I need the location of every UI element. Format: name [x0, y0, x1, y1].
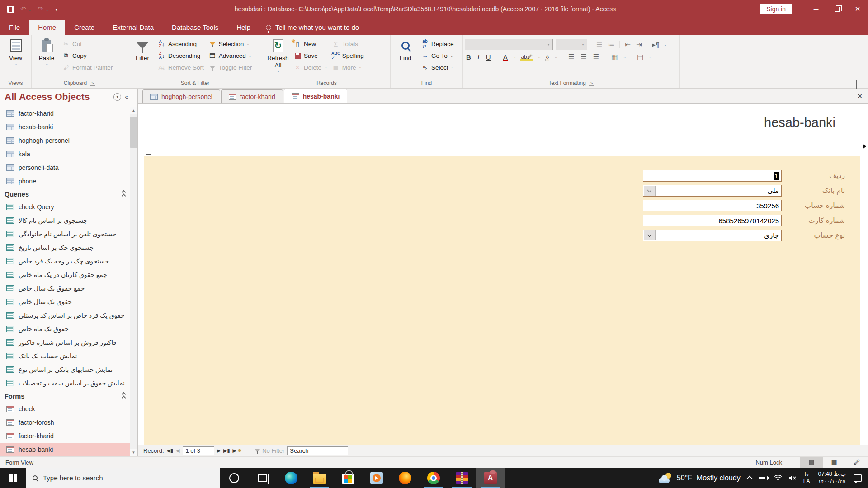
- toggle-filter-button[interactable]: Toggle Filter: [206, 61, 255, 73]
- clock-widget[interactable]: ب.ظ 07:48 ۱۴۰۰/۱۰/۲۵: [813, 470, 850, 485]
- copy-button[interactable]: ⧉Copy: [60, 50, 115, 61]
- align-center-icon[interactable]: ☰: [579, 53, 588, 61]
- next-record-icon[interactable]: ▶: [217, 448, 221, 454]
- view-button[interactable]: View⌄: [3, 37, 29, 66]
- close-button[interactable]: ✕: [847, 0, 868, 18]
- save-icon[interactable]: [7, 6, 14, 13]
- tray-expand-button[interactable]: [745, 468, 755, 488]
- delete-record-button[interactable]: ✕Delete⌄: [291, 61, 330, 73]
- doc-tab-factor-kharid[interactable]: factor-kharid: [221, 89, 283, 103]
- fill-color-icon[interactable]: ⬨: [544, 53, 550, 61]
- taskbar-app-microsoft-store[interactable]: [334, 468, 362, 488]
- nav-query-فاکتور-فروش-بر-اساس-شماره-فاکتور[interactable]: فاکتور فروش بر اساس شماره فاکتور: [0, 336, 130, 349]
- align-left-icon[interactable]: ☰: [567, 53, 576, 61]
- refresh-all-button[interactable]: ↻ Refresh All⌄: [265, 37, 291, 73]
- field-input-0[interactable]: 1: [643, 170, 782, 182]
- nav-query-نمایش-حسابهای-بانکی-بر-اساس-نوع[interactable]: نمایش حسابهای بانکی بر اساس نوع: [0, 363, 130, 376]
- underline-icon[interactable]: U: [485, 53, 492, 61]
- network-indicator[interactable]: [771, 468, 785, 488]
- scroll-up-icon[interactable]: ▲: [130, 107, 137, 114]
- selection-button[interactable]: Selection⌄: [206, 38, 255, 50]
- taskbar-app-file-explorer[interactable]: [305, 468, 334, 488]
- nav-form-factor-kharid[interactable]: factor-kharid: [0, 429, 130, 443]
- spelling-button[interactable]: ABC✓Spelling: [330, 50, 366, 61]
- font-name-combo[interactable]: ▾: [465, 39, 553, 50]
- nav-table-hesab-banki[interactable]: hesab-banki: [0, 120, 130, 134]
- nav-group-forms[interactable]: Forms: [0, 390, 130, 402]
- bold-icon[interactable]: B: [465, 53, 472, 61]
- weather-widget[interactable]: 50°F Mostly cloudy: [654, 473, 745, 483]
- new-record-nav-icon[interactable]: ▶✱: [233, 448, 242, 454]
- action-center-button[interactable]: [850, 468, 868, 488]
- nav-table-personeli-data[interactable]: personeli-data: [0, 161, 130, 174]
- cortana-button[interactable]: [220, 468, 248, 488]
- scroll-thumb[interactable]: [130, 117, 137, 148]
- language-indicator[interactable]: فا FA: [800, 471, 814, 485]
- align-right-icon[interactable]: ☰: [592, 53, 600, 61]
- nav-query-جستجوی-چک-بر-اساس-تاریخ[interactable]: جستجوی چک بر اساس تاریخ: [0, 241, 130, 254]
- no-filter-indicator[interactable]: No Filter: [255, 447, 284, 454]
- taskbar-app-chrome[interactable]: [419, 468, 448, 488]
- nav-query-حقوق-یک-ماه-خاص[interactable]: حقوق یک ماه خاص: [0, 322, 130, 336]
- nav-query-جستجوی-بر-اساس-نام-کالا[interactable]: جستجوی بر اساس نام کالا: [0, 214, 130, 227]
- tab-create[interactable]: Create: [65, 20, 104, 35]
- nav-scrollbar[interactable]: ▲ ▼: [130, 107, 137, 456]
- format-painter-button[interactable]: 🖌Format Painter: [60, 61, 115, 73]
- goto-button[interactable]: →Go To⌄: [419, 50, 456, 61]
- datasheet-view-button[interactable]: ▦: [823, 457, 845, 468]
- taskbar-search-input[interactable]: Type here to search: [26, 468, 220, 488]
- taskbar-app-edge[interactable]: [277, 468, 305, 488]
- shutter-bar-close-icon[interactable]: «: [125, 93, 127, 100]
- tell-me-box[interactable]: Tell me what you want to do: [259, 20, 365, 35]
- ascending-button[interactable]: AZ↓Ascending: [156, 38, 206, 50]
- nav-form-hesab-banki[interactable]: hesab-banki: [0, 443, 130, 456]
- restore-button[interactable]: [826, 0, 847, 18]
- cut-button[interactable]: ✂Cut: [60, 38, 115, 50]
- nav-menu-icon[interactable]: ▾: [113, 93, 121, 101]
- nav-table-factor-kharid[interactable]: factor-kharid: [0, 107, 130, 120]
- tab-help[interactable]: Help: [227, 20, 259, 35]
- collapse-ribbon-icon[interactable]: [856, 81, 862, 84]
- taskbar-app-firefox[interactable]: [391, 468, 419, 488]
- select-button[interactable]: ⇖Select⌄: [419, 61, 456, 73]
- doc-tab-hesab-banki[interactable]: hesab-banki: [284, 89, 348, 103]
- minimize-button[interactable]: ─: [806, 0, 826, 18]
- field-input-4[interactable]: جاری: [643, 230, 782, 241]
- paste-button[interactable]: Paste⌄: [33, 37, 60, 66]
- filter-button[interactable]: Filter: [129, 37, 156, 62]
- more-button[interactable]: ▦More⌄: [330, 61, 366, 73]
- tab-external-data[interactable]: External Data: [104, 20, 163, 35]
- taskbar-app-access[interactable]: A: [476, 468, 505, 488]
- nav-query-حقوق-یک-فرد-خاص-بر-اساس-کد-پرسنلی[interactable]: حقوق یک فرد خاص بر اساس کد پرسنلی: [0, 309, 130, 322]
- find-button[interactable]: Find: [392, 37, 419, 62]
- remove-sort-button[interactable]: A̶↓Remove Sort: [156, 61, 206, 73]
- clipboard-dialog-launcher-icon[interactable]: ↘: [90, 80, 95, 86]
- descending-button[interactable]: ZA↓Descending: [156, 50, 206, 61]
- field-input-1[interactable]: ملی: [643, 185, 782, 197]
- record-search-input[interactable]: Search: [287, 446, 348, 455]
- numbering-icon[interactable]: ≔: [606, 41, 616, 49]
- alternate-row-color-icon[interactable]: ▤: [636, 53, 645, 61]
- nav-query-نمایش-حقوق-بر-اساس-سمت-و-تحصیلات[interactable]: نمایش حقوق بر اساس سمت و تحصیلات: [0, 376, 130, 390]
- new-record-button[interactable]: ▯✱New: [291, 38, 330, 50]
- nav-group-queries[interactable]: Queries: [0, 188, 130, 200]
- nav-query-حقوق-یک-سال-خاص[interactable]: حقوق یک سال خاص: [0, 295, 130, 309]
- customize-qat-icon[interactable]: ▾: [55, 7, 57, 12]
- design-view-button[interactable]: 🖉: [845, 457, 868, 468]
- increase-indent-icon[interactable]: ⇥: [635, 41, 643, 49]
- replace-button[interactable]: ab⇄Replace: [419, 38, 456, 50]
- taskbar-app-winrar[interactable]: [448, 468, 476, 488]
- bullets-icon[interactable]: ☰: [595, 41, 604, 49]
- tab-file[interactable]: File: [0, 20, 29, 35]
- volume-indicator[interactable]: [785, 468, 800, 488]
- field-input-3[interactable]: 6585265970142025: [643, 215, 782, 226]
- advanced-button[interactable]: 🗔Advanced⌄: [206, 50, 255, 61]
- taskbar-app-media-player[interactable]: [362, 468, 391, 488]
- record-position-box[interactable]: 1 of 3: [183, 446, 214, 455]
- redo-icon[interactable]: ↷ ⌄: [38, 5, 48, 13]
- combo-dropdown-icon[interactable]: [644, 230, 656, 240]
- tab-database-tools[interactable]: Database Tools: [163, 20, 227, 35]
- nav-query-check-query[interactable]: check Query: [0, 200, 130, 214]
- nav-query-نمایش-حساب-یک-بانک[interactable]: نمایش حساب یک بانک: [0, 349, 130, 363]
- previous-record-icon[interactable]: ◀: [176, 448, 179, 454]
